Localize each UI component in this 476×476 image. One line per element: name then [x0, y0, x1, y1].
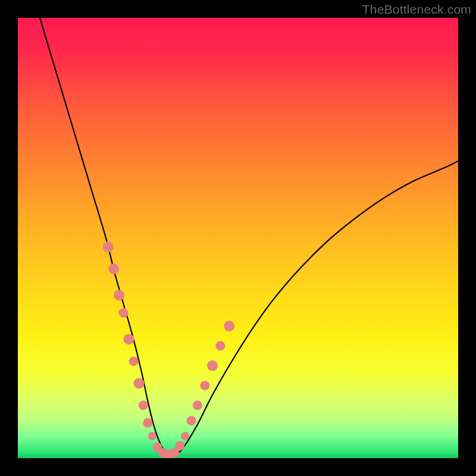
data-marker — [119, 308, 129, 318]
data-marker — [224, 321, 234, 331]
data-marker — [139, 400, 148, 410]
data-marker — [175, 441, 184, 450]
data-marker — [187, 416, 196, 425]
data-marker — [129, 356, 139, 366]
bottleneck-curve — [40, 18, 458, 456]
data-marker — [215, 341, 225, 350]
data-marker — [207, 361, 218, 371]
data-marker — [193, 400, 202, 410]
data-marker — [108, 264, 119, 274]
data-marker — [148, 432, 156, 440]
data-marker — [123, 334, 134, 345]
curve-layer — [18, 18, 458, 458]
marker-group — [103, 242, 235, 458]
plot-area — [18, 18, 458, 458]
watermark: TheBottleneck.com — [362, 2, 471, 17]
data-marker — [143, 418, 152, 428]
data-marker — [201, 381, 210, 390]
data-marker — [114, 290, 124, 300]
chart-frame: TheBottleneck.com — [0, 0, 476, 476]
data-marker — [181, 432, 189, 440]
data-marker — [134, 378, 145, 389]
data-marker — [103, 242, 114, 252]
